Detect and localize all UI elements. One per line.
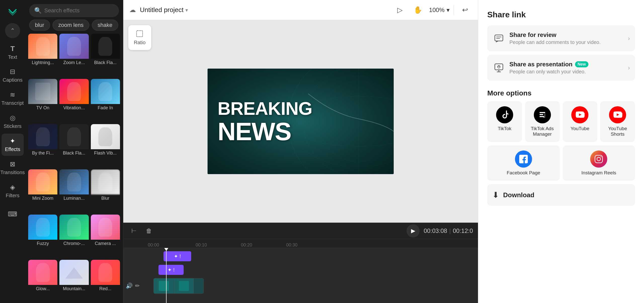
clip-thumb-2 (174, 278, 194, 293)
collapse-button[interactable]: ⌃ (5, 23, 20, 38)
play-button[interactable]: ▶ (407, 224, 420, 237)
sidebar-item-label-filters: Filters (6, 193, 19, 198)
delete-button[interactable]: 🗑 (143, 225, 154, 236)
platform-instagram[interactable]: Instagram Reels (563, 145, 635, 181)
effect-item-mountain[interactable]: Mountain... (59, 260, 89, 303)
tiktok-ads-icon (534, 106, 551, 123)
effect-item-fuzzy[interactable]: Fuzzy (28, 215, 57, 258)
effect-item-blackflash[interactable]: Black Fla... (91, 34, 120, 77)
top-bar: ☁ Untitled project ▾ ▷ ✋ 100% ▾ ↩ (123, 0, 478, 20)
effect-item-blackflash2[interactable]: Black Fla... (59, 124, 89, 167)
effect-label-blur: Blur (91, 194, 120, 202)
platform-facebook[interactable]: Facebook Page (487, 145, 560, 181)
effect-item-chromo[interactable]: Chromo-... (59, 215, 89, 258)
sidebar-item-text[interactable]: T Text (2, 41, 24, 63)
ruler-mark-20: 00:20 (241, 242, 252, 248)
sidebar-item-label-effects: Effects (5, 146, 20, 152)
platform-youtube[interactable]: YouTube (563, 101, 597, 142)
youtube-shorts-icon (609, 106, 626, 123)
effect-item-flashvib[interactable]: Flash Vib... (91, 124, 120, 167)
hand-tool-button[interactable]: ✋ (411, 3, 425, 17)
effect-item-luminance[interactable]: Luminan... (59, 169, 89, 213)
share-presentation-option[interactable]: Share as presentation New People can onl… (487, 55, 635, 81)
playhead[interactable] (166, 248, 167, 303)
effect-item-blur[interactable]: Blur (91, 169, 120, 213)
svg-rect-1 (137, 31, 143, 37)
effect-item-bythefire[interactable]: By the Fi... (28, 124, 57, 167)
news-text: NEWS (218, 119, 394, 144)
effect-label-minizoom: Mini Zoom (28, 194, 57, 202)
project-title[interactable]: Untitled project ▾ (140, 6, 188, 14)
share-review-desc: People can add comments to your video. (509, 39, 624, 45)
sidebar-item-stickers[interactable]: ◎ Stickers (2, 111, 24, 133)
edit-icon[interactable]: ✏ (135, 283, 140, 289)
filter-tags: blur zoom lens shake (25, 20, 123, 34)
effect-clip-1[interactable]: ✦ ! (164, 251, 191, 261)
trim-button[interactable]: ⊢ (128, 225, 139, 236)
effect-label-flashvib: Flash Vib... (91, 149, 120, 157)
ruler-mark-10: 00:10 (195, 242, 207, 248)
sidebar-item-transitions[interactable]: ⊠ Transitions (2, 157, 24, 179)
instagram-icon (590, 150, 607, 168)
effect-item-zoomlens[interactable]: Zoom Le... (59, 34, 89, 77)
effect-track-2: ✦ ! (153, 264, 478, 276)
time-total: 00:12:0 (453, 227, 473, 234)
effect-item-camera[interactable]: Camera ... (91, 215, 120, 258)
effect-label-glow: Glow... (28, 285, 57, 293)
effect-label-luminance: Luminan... (59, 194, 89, 202)
sidebar-item-label-transitions: Transitions (0, 170, 25, 175)
platform-tiktok-ads[interactable]: TikTok Ads Manager (525, 101, 560, 142)
download-label: Download (503, 191, 534, 199)
back-arrow-icon[interactable]: ↩ (458, 3, 472, 17)
effect-clip-2[interactable]: ✦ ! (158, 265, 184, 275)
youtube-label: YouTube (571, 126, 589, 131)
effect-item-lightning[interactable]: Lightning... (28, 34, 57, 77)
effect-item-fadein[interactable]: Fade In (91, 79, 120, 122)
toolbar-divider (454, 5, 454, 15)
sidebar-item-keyboard[interactable]: ⌨ (2, 203, 24, 225)
effect-clip-icon-1: ✦ ! (174, 253, 181, 259)
filter-tag-zoomlens[interactable]: zoom lens (53, 20, 89, 31)
ratio-button[interactable]: Ratio (128, 25, 151, 50)
tool-sidebar: ⌃ T Text ⊟ Captions ≋ Transcript ◎ Stick… (0, 0, 25, 303)
sidebar-item-transcript[interactable]: ≋ Transcript (2, 87, 24, 110)
sidebar-item-filters[interactable]: ◈ Filters (2, 180, 24, 202)
cloud-save-icon[interactable]: ☁ (129, 6, 136, 14)
download-button[interactable]: ⬇ Download (487, 184, 635, 206)
effect-item-minizoom[interactable]: Mini Zoom (28, 169, 57, 213)
sidebar-item-effects[interactable]: ✦ Effects (2, 134, 24, 156)
timeline-tracks: 00:00 00:10 00:20 00:30 ✦ ! (123, 239, 478, 303)
volume-icon[interactable]: 🔊 (126, 283, 133, 289)
zoom-level: 100% (429, 7, 445, 14)
playhead-arrow (164, 248, 168, 251)
effect-item-tvon[interactable]: TV On (28, 79, 57, 122)
filter-tag-shake[interactable]: shake (92, 20, 118, 31)
effect-item-glow[interactable]: Glow... (28, 260, 57, 303)
effect-label-red: Red... (91, 285, 120, 293)
share-presentation-title: Share as presentation New (509, 61, 624, 68)
search-icon: 🔍 (34, 7, 42, 14)
sidebar-item-captions[interactable]: ⊟ Captions (2, 64, 24, 86)
share-review-title: Share for review (509, 31, 624, 38)
search-input-wrap[interactable]: 🔍 (29, 4, 119, 17)
video-track-controls: 🔊 ✏ (126, 283, 140, 289)
project-title-chevron: ▾ (185, 7, 188, 13)
platform-youtube-shorts[interactable]: YouTube Shorts (600, 101, 635, 142)
effect-item-vibration[interactable]: Vibration... (59, 79, 89, 122)
facebook-label: Facebook Page (507, 170, 540, 176)
effect-item-red[interactable]: Red... (91, 260, 120, 303)
video-clip-1[interactable] (153, 278, 204, 294)
project-title-text: Untitled project (140, 6, 183, 14)
youtube-shorts-label: YouTube Shorts (603, 126, 632, 137)
filter-tag-blur[interactable]: blur (29, 20, 50, 31)
platform-tiktok[interactable]: TikTok (487, 101, 522, 142)
search-input[interactable] (44, 7, 114, 14)
play-mode-button[interactable]: ▷ (393, 3, 407, 17)
effects-search-area: 🔍 (25, 0, 123, 20)
download-icon: ⬇ (492, 190, 499, 200)
instagram-label: Instagram Reels (581, 170, 616, 176)
svg-rect-15 (595, 155, 602, 163)
svg-point-17 (600, 156, 601, 157)
zoom-control[interactable]: 100% ▾ (429, 7, 450, 14)
share-for-review-option[interactable]: Share for review People can add comments… (487, 25, 635, 51)
